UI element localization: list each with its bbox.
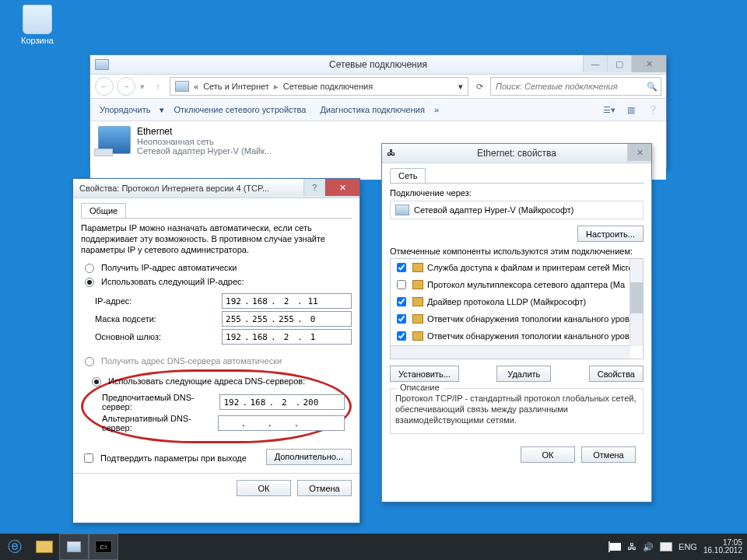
radio-ip-auto-label: Получить IP-адрес автоматически — [101, 263, 237, 272]
clock-date: 16.10.2012 — [703, 547, 742, 555]
tab-network[interactable]: Сеть — [390, 168, 426, 183]
radio-ip-auto[interactable] — [85, 264, 94, 273]
tabstrip: Сеть — [390, 168, 644, 184]
ok-button[interactable]: ОК — [237, 480, 291, 496]
component-icon — [412, 314, 423, 324]
search-input[interactable] — [494, 81, 644, 92]
toolbar-overflow[interactable]: » — [434, 105, 439, 114]
tab-general[interactable]: Общие — [81, 203, 126, 218]
minimize-button[interactable]: — — [583, 55, 607, 72]
task-explorer[interactable] — [30, 534, 59, 560]
cancel-button[interactable]: Отмена — [297, 480, 352, 496]
task-cmd[interactable]: C:\ — [89, 534, 118, 560]
advanced-button[interactable]: Дополнительно... — [266, 449, 352, 465]
taskbar[interactable]: ⓔ C:\ 🖧 🔊 ENG 17:05 16.10.2012 — [0, 534, 747, 560]
preferred-dns-input[interactable]: 192.168.2.200 — [219, 394, 345, 410]
component-label: Служба доступа к файлам и принтерам сете… — [427, 263, 633, 272]
component-label: Драйвер протокола LLDP (Майкрософт) — [427, 297, 586, 306]
history-dropdown[interactable]: ▾ — [139, 82, 146, 92]
adapter-device: Сетевой адаптер Hyper-V (Майк... — [137, 146, 272, 156]
close-button[interactable]: ✕ — [324, 179, 359, 196]
description-box: Описание Протокол TCP/IP - стандартный п… — [390, 388, 644, 434]
titlebar[interactable]: Сетевые подключения — ▢ ✕ — [90, 55, 666, 75]
radio-ip-manual[interactable] — [85, 278, 94, 287]
trash-icon — [23, 5, 52, 34]
breadcrumb[interactable]: « Сеть и Интернет ▸ Сетевые подключения … — [170, 77, 468, 96]
component-icon — [412, 280, 423, 289]
gateway-label: Основной шлюз: — [95, 332, 161, 341]
preferred-dns-label: Предпочитаемый DNS-сервер: — [102, 393, 219, 411]
search-icon: 🔍 — [647, 82, 658, 92]
adapter-icon — [98, 126, 131, 154]
configure-button[interactable]: Настроить... — [577, 226, 644, 242]
description-text: Протокол TCP/IP - стандартный протокол г… — [395, 394, 637, 425]
component-checkbox[interactable] — [397, 314, 406, 324]
search-box[interactable]: 🔍 — [490, 77, 661, 96]
maximize-button[interactable]: ▢ — [607, 55, 631, 72]
window-ipv4-properties: Свойства: Протокол Интернета версии 4 (T… — [72, 178, 360, 523]
volume-icon[interactable]: 🔊 — [643, 542, 654, 552]
desktop-icon-label: Корзина — [14, 36, 61, 45]
network-icon — [175, 81, 189, 92]
breadcrumb-dropdown[interactable]: ▾ — [458, 82, 463, 92]
component-checkbox[interactable] — [397, 280, 406, 289]
gateway-input[interactable]: 192.168.2.1 — [222, 329, 352, 345]
ip-address-input[interactable]: 192.168.2.11 — [222, 293, 352, 309]
breadcrumb-part[interactable]: Сеть и Интернет — [203, 82, 269, 91]
component-checkbox[interactable] — [397, 331, 406, 341]
close-button[interactable]: ✕ — [627, 144, 651, 161]
toolbar-disable[interactable]: Отключение сетевого устройства — [169, 103, 310, 116]
toolbar-organize[interactable]: Упорядочить — [95, 103, 155, 116]
component-icon — [412, 263, 423, 272]
install-button[interactable]: Установить... — [390, 366, 459, 382]
components-list[interactable]: Служба доступа к файлам и принтерам сете… — [390, 258, 644, 359]
adapter-item-ethernet[interactable]: Ethernet Неопознанная сеть Сетевой адапт… — [98, 126, 331, 156]
task-network[interactable] — [59, 534, 89, 560]
adapter-icon: 🖧 — [387, 148, 398, 159]
component-icon — [412, 297, 423, 306]
action-center-icon[interactable] — [610, 543, 621, 551]
language-indicator[interactable]: ENG — [679, 542, 697, 551]
help-icon[interactable]: ❔ — [644, 102, 661, 117]
input-indicator-icon[interactable] — [660, 542, 672, 551]
help-button[interactable]: ? — [303, 179, 324, 196]
toolbar-diagnose[interactable]: Диагностика подключения — [315, 103, 429, 116]
connect-using-box: Сетевой адаптер Hyper-V (Майкрософт) — [390, 201, 644, 219]
back-button[interactable]: ← — [95, 77, 114, 96]
desktop-icon-recycle-bin[interactable]: Корзина — [14, 5, 61, 45]
window-icon — [95, 59, 109, 70]
up-button[interactable]: ↑ — [149, 78, 167, 95]
component-checkbox[interactable] — [397, 263, 406, 272]
vertical-scrollbar[interactable] — [630, 259, 643, 346]
close-button[interactable]: ✕ — [631, 55, 666, 72]
adapter-status: Неопознанная сеть — [137, 137, 272, 146]
preview-pane-icon[interactable]: ▥ — [622, 102, 640, 117]
subnet-mask-label: Маска подсети: — [95, 314, 156, 324]
task-ie[interactable]: ⓔ — [0, 534, 30, 560]
window-title: Ethernet: свойства — [477, 148, 556, 159]
view-options-icon[interactable]: ☰▾ — [601, 102, 618, 117]
validate-checkbox[interactable] — [84, 453, 93, 463]
component-label: Ответчик обнаружения топологии канальног… — [427, 331, 630, 341]
ok-button[interactable]: ОК — [521, 446, 575, 463]
ip-address-label: IP-адрес: — [95, 296, 132, 306]
titlebar[interactable]: 🖧 Ethernet: свойства ✕ — [382, 144, 651, 163]
horizontal-scrollbar[interactable] — [391, 345, 630, 359]
window-ethernet-properties: 🖧 Ethernet: свойства ✕ Сеть Подключение … — [381, 143, 652, 502]
subnet-mask-input[interactable]: 255.255.255.0 — [222, 311, 352, 327]
uninstall-button[interactable]: Удалить — [496, 366, 551, 382]
radio-dns-auto — [85, 357, 94, 366]
alternate-dns-input[interactable]: ... — [218, 415, 345, 431]
titlebar[interactable]: Свойства: Протокол Интернета версии 4 (T… — [73, 179, 359, 198]
forward-button[interactable]: → — [117, 77, 135, 96]
validate-label: Подтвердить параметры при выходе — [100, 453, 247, 463]
refresh-button[interactable]: ⟳ — [472, 79, 487, 94]
network-tray-icon[interactable]: 🖧 — [627, 541, 637, 552]
radio-dns-auto-label: Получить адрес DNS-сервера автоматически — [101, 356, 282, 366]
clock[interactable]: 17:05 16.10.2012 — [703, 539, 742, 555]
radio-dns-manual[interactable] — [92, 377, 101, 387]
breadcrumb-part[interactable]: Сетевые подключения — [283, 82, 373, 91]
component-checkbox[interactable] — [397, 297, 406, 306]
cancel-button[interactable]: Отмена — [581, 446, 636, 463]
properties-button[interactable]: Свойства — [589, 366, 644, 382]
